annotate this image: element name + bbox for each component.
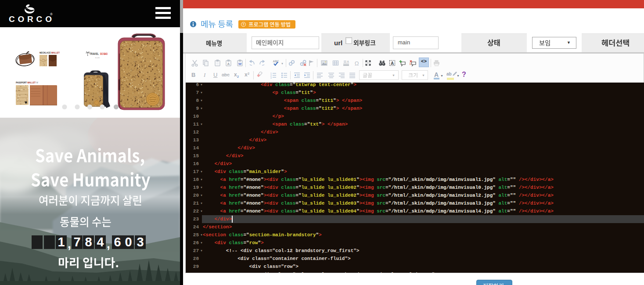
svg-text:Ω: Ω — [355, 60, 359, 67]
svg-text:A: A — [391, 61, 394, 66]
svg-text:3: 3 — [270, 76, 272, 79]
svg-text:W: W — [238, 62, 242, 66]
svg-text:A: A — [347, 60, 349, 63]
svg-text:ABC: ABC — [273, 60, 279, 63]
svg-text:GO BAG: GO BAG — [100, 52, 108, 55]
svg-text:A: A — [227, 62, 230, 66]
svg-text:?: ? — [242, 22, 245, 26]
svg-text:TRAVEL: TRAVEL — [90, 52, 99, 55]
svg-text:NECKLACE WALLET: NECKLACE WALLET — [40, 52, 60, 54]
svg-text:PASSPORT WALLET /V: PASSPORT WALLET /V — [16, 82, 39, 84]
svg-text:S I Z E: S I Z E — [95, 57, 100, 59]
